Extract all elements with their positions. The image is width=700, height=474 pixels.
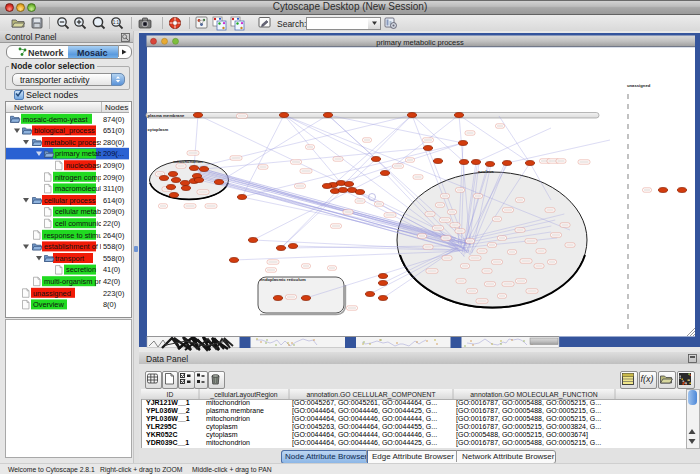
svg-text:[GO:0044464, GO:0044444, GO:00: [GO:0044464, GO:0044444, GO:0044446, G..… xyxy=(292,431,437,439)
svg-text:macromolecule: macromolecule xyxy=(55,184,105,193)
svg-text:311(0): 311(0) xyxy=(103,184,124,193)
svg-text:metabolic process: metabolic process xyxy=(44,138,104,147)
svg-text:establishment of lo: establishment of lo xyxy=(44,242,106,251)
svg-text:cellular metabo: cellular metabo xyxy=(55,207,105,216)
svg-text:mitochondrion: mitochondrion xyxy=(206,439,250,446)
svg-text:264(0): 264(0) xyxy=(103,231,124,240)
svg-text:280(0): 280(0) xyxy=(103,138,124,147)
svg-text:secretion: secretion xyxy=(66,265,96,274)
svg-text:annotation.GO CELLULAR_COMPONE: annotation.GO CELLULAR_COMPONENT xyxy=(306,391,435,399)
svg-text:YKR052C: YKR052C xyxy=(146,431,178,438)
svg-text:209(0): 209(0) xyxy=(103,173,124,182)
svg-text:transport: transport xyxy=(55,254,84,263)
svg-text:[GO:0016787, GO:0005488, GO:00: [GO:0016787, GO:0005488, GO:0005215, G..… xyxy=(456,399,601,407)
svg-text:endoplasmic reticulum: endoplasmic reticulum xyxy=(260,277,306,282)
svg-text:mitochondrion: mitochondrion xyxy=(206,415,250,422)
svg-text:YJR121W__1: YJR121W__1 xyxy=(146,399,190,406)
svg-text:[GO:0005488, GO:0005215, GO:00: [GO:0005488, GO:0005215, GO:0003674] xyxy=(456,431,588,439)
svg-text:[GO:0045263, GO:0044464, GO:00: [GO:0045263, GO:0044464, GO:0044455, G..… xyxy=(292,423,437,431)
svg-text:cytoplasm: cytoplasm xyxy=(206,423,238,431)
svg-text:YPL036W__1: YPL036W__1 xyxy=(146,415,190,422)
svg-text:biological_process: biological_process xyxy=(34,126,95,135)
svg-text:mosaic-demo-yeast: mosaic-demo-yeast xyxy=(23,115,87,124)
svg-text:614(0): 614(0) xyxy=(103,196,124,205)
svg-text:[GO:0016787, GO:0005488, GO:00: [GO:0016787, GO:0005488, GO:0005215, G..… xyxy=(456,415,601,423)
svg-text:nitrogen compo: nitrogen compo xyxy=(55,173,106,182)
svg-text:209(...: 209(... xyxy=(103,149,124,158)
svg-text:cell communicat: cell communicat xyxy=(55,219,108,228)
svg-text:f(x): f(x) xyxy=(641,374,654,384)
svg-text:mitochondrion: mitochondrion xyxy=(173,159,203,164)
svg-text:8(0): 8(0) xyxy=(103,300,116,309)
svg-text:[GO:0016787, GO:0005488, GO:00: [GO:0016787, GO:0005488, GO:0005215, G..… xyxy=(456,439,601,447)
svg-text:42(0): 42(0) xyxy=(103,277,120,286)
svg-text:[GO:0044464, GO:0044446, GO:00: [GO:0044464, GO:0044446, GO:0044425, G..… xyxy=(292,407,437,415)
svg-text:primary metabolic process: primary metabolic process xyxy=(376,38,464,47)
svg-text:plasma membrane: plasma membrane xyxy=(148,113,185,118)
svg-text:209(0): 209(0) xyxy=(103,207,124,216)
svg-text:unassigned: unassigned xyxy=(33,289,71,298)
svg-text:primary metabo: primary metabo xyxy=(55,149,106,158)
svg-text:multi-organism pro: multi-organism pro xyxy=(44,277,105,286)
svg-text:YDR039C__1: YDR039C__1 xyxy=(146,439,189,446)
svg-text:response to stimul: response to stimul xyxy=(44,231,104,240)
svg-text:558(0): 558(0) xyxy=(103,242,124,251)
svg-text:[GO:0044464, GO:0044446, GO:00: [GO:0044464, GO:0044446, GO:0044425, G..… xyxy=(292,439,437,447)
svg-text:1:1: 1:1 xyxy=(113,20,120,25)
svg-text:[GO:0016787, GO:0005215, GO:00: [GO:0016787, GO:0005215, GO:0003824, G..… xyxy=(456,423,601,431)
svg-text:YLR295C: YLR295C xyxy=(146,423,177,430)
svg-text:cytoplasm: cytoplasm xyxy=(148,127,169,132)
svg-text:mitochondrion: mitochondrion xyxy=(206,399,250,406)
svg-text:unassigned: unassigned xyxy=(627,83,651,88)
svg-text:nucleobase-: nucleobase- xyxy=(66,161,107,170)
svg-text:41(0): 41(0) xyxy=(103,265,120,274)
svg-text:[GO:0045267, GO:0045261, GO:00: [GO:0045267, GO:0045261, GO:0044464, G..… xyxy=(292,399,437,407)
svg-text:Overview: Overview xyxy=(33,300,64,309)
svg-text:874(0): 874(0) xyxy=(103,115,124,124)
svg-text:YPL036W__2: YPL036W__2 xyxy=(146,407,190,414)
svg-text:cellular process: cellular process xyxy=(44,196,96,205)
svg-text:[GO:0044464, GO:0044446, GO:00: [GO:0044464, GO:0044446, GO:0044444, G..… xyxy=(292,415,437,423)
svg-text:209(0): 209(0) xyxy=(103,161,124,170)
svg-text:223(0): 223(0) xyxy=(103,289,124,298)
svg-text:_cellularLayoutRegion: _cellularLayoutRegion xyxy=(209,391,277,399)
svg-text:558(0): 558(0) xyxy=(103,254,124,263)
svg-text:annotation.GO MOLECULAR_FUNCTI: annotation.GO MOLECULAR_FUNCTION xyxy=(470,391,597,399)
svg-text:plasma membrane: plasma membrane xyxy=(206,407,264,415)
svg-text:nucleus: nucleus xyxy=(478,169,494,174)
svg-text:ID: ID xyxy=(167,391,174,398)
svg-text:[GO:0016787, GO:0005488, GO:00: [GO:0016787, GO:0005488, GO:0005215, G..… xyxy=(456,407,601,415)
svg-text:651(0): 651(0) xyxy=(103,126,124,135)
svg-text:cytoplasm: cytoplasm xyxy=(206,431,238,439)
svg-text:22(0): 22(0) xyxy=(103,219,120,228)
